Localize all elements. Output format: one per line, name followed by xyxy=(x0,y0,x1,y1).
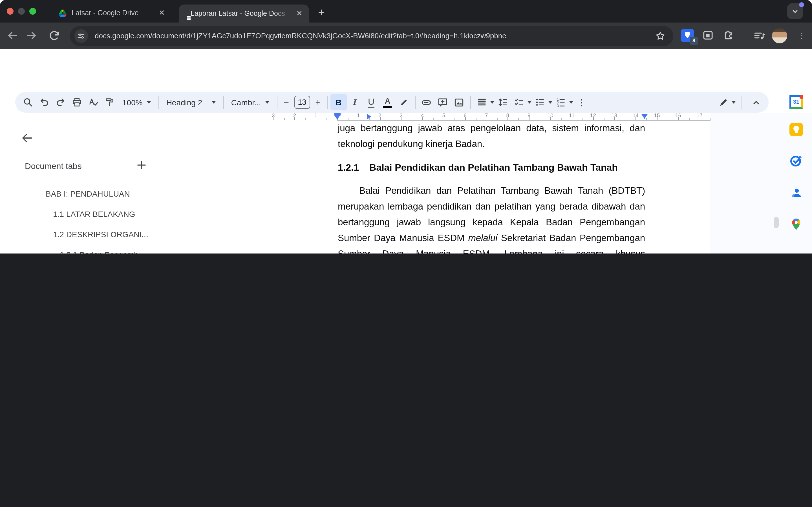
vertical-scrollbar-thumb[interactable] xyxy=(774,217,779,228)
left-indent-marker[interactable] xyxy=(335,113,341,115)
undo-icon[interactable] xyxy=(36,94,52,110)
numbered-list-icon[interactable]: 123 xyxy=(553,94,569,110)
document-text-column[interactable]: juga bertanggung jawab atas pengelolaan … xyxy=(338,121,645,253)
line-spacing-icon[interactable] xyxy=(495,94,511,110)
extensions-puzzle-icon[interactable] xyxy=(722,29,734,41)
insert-link-icon[interactable] xyxy=(418,94,435,110)
google-keep-icon[interactable] xyxy=(790,123,803,136)
editing-mode-caret-icon[interactable] xyxy=(731,101,736,104)
google-docs-window: Latsar - Google Drive ✕ Laporan Latsar -… xyxy=(0,0,812,253)
editor-content-area: Document tabs BAB I: PENDAHULUAN1.1 LATA… xyxy=(0,121,812,253)
tab-title: Laporan Latsar - Google Docs xyxy=(191,10,292,17)
toolbar-separator xyxy=(742,96,742,109)
toolbar-separator xyxy=(327,96,327,109)
reading-mode-icon[interactable] xyxy=(702,29,714,41)
new-tab-button[interactable]: + xyxy=(313,5,329,21)
calendar-icon[interactable]: 31 xyxy=(790,95,803,109)
right-indent-marker[interactable] xyxy=(641,114,648,119)
heading-number: 1.2.1 xyxy=(338,160,369,175)
paragraph-style-select[interactable]: Heading 2 xyxy=(162,98,220,107)
window-zoom-button[interactable] xyxy=(29,8,36,15)
editing-mode-pen-icon[interactable] xyxy=(715,94,731,110)
tab-search-button[interactable] xyxy=(787,3,803,19)
bulleted-list-icon[interactable] xyxy=(532,94,548,110)
left-indent-triangle-marker[interactable] xyxy=(335,115,340,119)
font-size-input[interactable]: 13 xyxy=(294,96,310,109)
browser-tab-drive[interactable]: Latsar - Google Drive ✕ xyxy=(52,5,171,21)
back-icon[interactable] xyxy=(6,29,19,42)
url-text[interactable]: docs.google.com/document/d/1jZY1AGc7udo1… xyxy=(95,25,653,46)
window-close-button[interactable] xyxy=(7,8,13,15)
decrease-font-size-button[interactable]: − xyxy=(280,94,293,110)
site-info-icon[interactable] xyxy=(74,29,88,43)
italic-button[interactable]: I xyxy=(347,94,363,110)
outline-item-list: BAB I: PENDAHULUAN1.1 LATAR BELAKANG1.2 … xyxy=(0,121,263,253)
forward-icon[interactable] xyxy=(25,29,38,42)
address-bar[interactable]: docs.google.com/document/d/1jZY1AGc7udo1… xyxy=(70,25,673,46)
toolbar-separator xyxy=(470,96,471,109)
browser-tab-strip: Latsar - Google Drive ✕ Laporan Latsar -… xyxy=(0,0,812,22)
browser-menu-kebab-icon[interactable]: ⋮ xyxy=(796,29,808,42)
browser-tab-docs-active[interactable]: Laporan Latsar - Google Docs ✕ xyxy=(179,4,309,22)
zoom-select[interactable]: 100% xyxy=(118,98,156,107)
align-justify-icon[interactable] xyxy=(474,94,490,110)
heading-text: Balai Pendidikan dan Pelatihan Tambang B… xyxy=(369,160,618,175)
toolbar-more-kebab-icon[interactable]: ⋮ xyxy=(573,94,590,110)
ruler: 3211234567891011121314151617 xyxy=(0,113,812,121)
checklist-dropdown-caret-icon[interactable] xyxy=(527,101,532,104)
spell-check-icon[interactable] xyxy=(85,94,101,110)
first-line-indent-marker[interactable] xyxy=(367,114,371,119)
font-family-select[interactable]: Cambr... xyxy=(227,98,274,107)
toolbar-pill: 100% Heading 2 Cambr... − 13 + B I U A xyxy=(15,92,769,113)
bold-button[interactable]: B xyxy=(331,94,347,110)
sidebar-item[interactable]: 1.1 LATAR BELAKANG xyxy=(0,204,263,224)
bookmark-star-icon[interactable] xyxy=(654,30,666,42)
align-dropdown-caret-icon[interactable] xyxy=(490,101,495,104)
checklist-icon[interactable] xyxy=(511,94,527,110)
browser-profile-avatar[interactable] xyxy=(772,28,787,43)
add-comment-icon[interactable] xyxy=(435,94,451,110)
google-maps-icon[interactable] xyxy=(790,217,803,231)
toolbar-separator xyxy=(415,96,416,109)
underline-button[interactable]: U xyxy=(363,94,379,110)
heading-1-2-1[interactable]: 1.2.1 Balai Pendidikan dan Pelatihan Tam… xyxy=(338,160,645,175)
bulleted-list-caret-icon[interactable] xyxy=(548,101,553,104)
docs-header: Laporan Latsar File Edit View Insert For… xyxy=(0,49,812,93)
docs-toolbar: 100% Heading 2 Cambr... − 13 + B I U A xyxy=(0,90,812,115)
google-tasks-icon[interactable] xyxy=(790,154,803,168)
toolbar-separator xyxy=(223,96,224,109)
toolbar-separator xyxy=(743,31,743,41)
side-panel-divider xyxy=(790,242,803,242)
paint-format-icon[interactable] xyxy=(101,94,118,110)
tab-close-icon[interactable]: ✕ xyxy=(157,8,167,18)
reload-icon[interactable] xyxy=(47,29,61,42)
toolbar-separator xyxy=(158,96,159,109)
insert-image-icon[interactable] xyxy=(451,94,467,110)
hide-menus-chevron-up-icon[interactable] xyxy=(748,94,764,110)
extension-badge: 8 xyxy=(690,37,698,45)
media-controls-icon[interactable] xyxy=(753,29,766,42)
sidebar-item[interactable]: 1.2.1 Badan Pengemb... xyxy=(0,244,263,253)
document-page[interactable]: juga bertanggung jawab atas pengelolaan … xyxy=(263,121,710,253)
side-panel-rail xyxy=(710,121,812,253)
sidebar-item[interactable]: BAB I: PENDAHULUAN xyxy=(0,184,263,204)
paragraph-continued[interactable]: juga bertanggung jawab atas pengelolaan … xyxy=(338,121,645,152)
tab-close-icon[interactable]: ✕ xyxy=(294,8,305,18)
google-contacts-icon[interactable] xyxy=(790,186,803,200)
redo-icon[interactable] xyxy=(52,94,69,110)
tab-title: Latsar - Google Drive xyxy=(71,9,154,17)
increase-font-size-button[interactable]: + xyxy=(312,94,324,110)
numbered-list-caret-icon[interactable] xyxy=(569,101,573,104)
password-extension-icon[interactable]: 8 xyxy=(680,29,694,42)
print-icon[interactable] xyxy=(69,94,85,110)
window-minimize-button[interactable] xyxy=(18,8,25,15)
google-drive-icon xyxy=(59,9,66,17)
browser-toolbar: docs.google.com/document/d/1jZY1AGc7udo1… xyxy=(0,22,812,49)
text-color-button[interactable]: A xyxy=(379,94,396,110)
search-menus-icon[interactable] xyxy=(20,94,36,110)
paragraph-bdtbt[interactable]: Balai Pendidikan dan Pelatihan Tambang B… xyxy=(338,183,645,253)
sidebar-item[interactable]: 1.2 DESKRIPSI ORGANI... xyxy=(0,224,263,244)
toolbar-separator xyxy=(277,96,277,109)
tab-search-badge-dot xyxy=(799,2,804,7)
highlight-color-icon[interactable] xyxy=(396,94,412,110)
